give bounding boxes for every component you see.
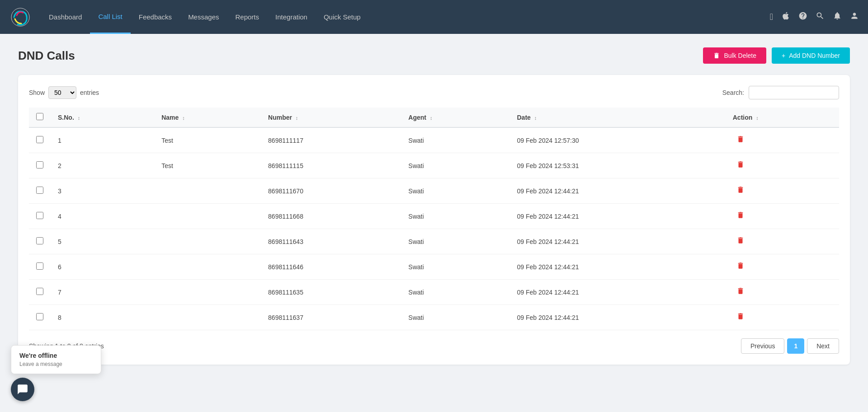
row-date-2: 09 Feb 2024 12:44:21 — [510, 178, 726, 204]
delete-button-4[interactable] — [733, 234, 748, 248]
row-sno-4: 5 — [51, 229, 154, 254]
android-icon[interactable]:  — [770, 12, 773, 22]
delete-button-7[interactable] — [733, 310, 748, 324]
search-icon[interactable] — [816, 11, 825, 23]
search-input[interactable] — [749, 86, 839, 99]
nav-dashboard[interactable]: Dashboard — [41, 0, 90, 34]
row-date-7: 09 Feb 2024 12:44:21 — [510, 305, 726, 330]
delete-button-6[interactable] — [733, 285, 748, 299]
date-sort-icon: ↕ — [534, 115, 537, 121]
header-agent[interactable]: Agent ↕ — [401, 108, 509, 127]
chat-widget: We're offline Leave a message — [11, 378, 34, 401]
delete-icon-7 — [736, 312, 745, 320]
row-date-0: 09 Feb 2024 12:57:30 — [510, 127, 726, 153]
show-label: Show — [29, 89, 45, 96]
table-row: 7 8698111635 Swati 09 Feb 2024 12:44:21 — [29, 280, 839, 305]
row-name-7 — [154, 305, 261, 330]
nav-quick-setup[interactable]: Quick Setup — [316, 0, 369, 34]
select-all-checkbox[interactable] — [36, 113, 43, 120]
user-icon[interactable] — [850, 11, 859, 23]
delete-button-5[interactable] — [733, 260, 748, 274]
header-name[interactable]: Name ↕ — [154, 108, 261, 127]
row-checkbox-cell — [29, 178, 51, 204]
page-title: DND Calls — [18, 49, 75, 63]
previous-button[interactable]: Previous — [741, 338, 784, 354]
row-agent-0: Swati — [401, 127, 509, 153]
row-checkbox-cell — [29, 204, 51, 229]
help-icon[interactable] — [798, 11, 807, 23]
row-checkbox-0[interactable] — [36, 136, 43, 143]
row-date-6: 09 Feb 2024 12:44:21 — [510, 280, 726, 305]
brand-logo[interactable] — [9, 6, 32, 28]
row-name-1: Test — [154, 153, 261, 178]
nav-integration[interactable]: Integration — [267, 0, 316, 34]
header-action[interactable]: Action ↕ — [726, 108, 839, 127]
delete-button-3[interactable] — [733, 209, 748, 223]
delete-icon-3 — [736, 211, 745, 219]
nav-reports[interactable]: Reports — [227, 0, 268, 34]
table-row: 6 8698111646 Swati 09 Feb 2024 12:44:21 — [29, 254, 839, 280]
row-action-5 — [726, 254, 839, 280]
row-checkbox-3[interactable] — [36, 212, 43, 219]
row-date-1: 09 Feb 2024 12:53:31 — [510, 153, 726, 178]
row-date-3: 09 Feb 2024 12:44:21 — [510, 204, 726, 229]
chat-bubble[interactable] — [11, 378, 34, 401]
delete-icon-2 — [736, 186, 745, 194]
row-checkbox-2[interactable] — [36, 187, 43, 194]
delete-icon-5 — [736, 262, 745, 270]
row-name-5 — [154, 254, 261, 280]
chat-popup: We're offline Leave a message — [11, 345, 101, 374]
row-checkbox-cell — [29, 229, 51, 254]
navbar-nav: Dashboard Call List Feedbacks Messages R… — [41, 0, 770, 34]
nav-call-list[interactable]: Call List — [90, 0, 130, 34]
search-box: Search: — [722, 86, 839, 99]
header-date[interactable]: Date ↕ — [510, 108, 726, 127]
bulk-delete-button[interactable]: Bulk Delete — [703, 47, 766, 64]
row-date-5: 09 Feb 2024 12:44:21 — [510, 254, 726, 280]
row-agent-4: Swati — [401, 229, 509, 254]
bell-icon[interactable] — [833, 11, 842, 23]
next-button[interactable]: Next — [807, 338, 839, 354]
row-checkbox-5[interactable] — [36, 262, 43, 270]
header-number[interactable]: Number ↕ — [261, 108, 401, 127]
delete-button-0[interactable] — [733, 133, 748, 147]
header-sno[interactable]: S.No. ↕ — [51, 108, 154, 127]
row-name-2 — [154, 178, 261, 204]
row-action-2 — [726, 178, 839, 204]
navbar: Dashboard Call List Feedbacks Messages R… — [0, 0, 868, 34]
nav-messages[interactable]: Messages — [180, 0, 227, 34]
row-checkbox-6[interactable] — [36, 288, 43, 295]
delete-icon-6 — [736, 287, 745, 295]
row-number-1: 8698111115 — [261, 153, 401, 178]
table-header: S.No. ↕ Name ↕ Number ↕ Agent ↕ Date ↕ A… — [29, 108, 839, 127]
delete-button-2[interactable] — [733, 184, 748, 198]
row-checkbox-7[interactable] — [36, 313, 43, 320]
row-checkbox-1[interactable] — [36, 161, 43, 169]
table-row: 8 8698111637 Swati 09 Feb 2024 12:44:21 — [29, 305, 839, 330]
table-row: 3 8698111670 Swati 09 Feb 2024 12:44:21 — [29, 178, 839, 204]
page-header: DND Calls Bulk Delete + Add DND Number — [18, 47, 850, 64]
nav-feedbacks[interactable]: Feedbacks — [131, 0, 180, 34]
row-action-1 — [726, 153, 839, 178]
row-name-6 — [154, 280, 261, 305]
table-footer: Showing 1 to 8 of 8 entries Previous 1 N… — [29, 338, 839, 354]
entries-select[interactable]: 10 25 50 100 — [48, 86, 76, 99]
row-checkbox-4[interactable] — [36, 237, 43, 244]
delete-button-1[interactable] — [733, 159, 748, 173]
apple-icon[interactable] — [781, 11, 790, 23]
page-1-button[interactable]: 1 — [787, 338, 804, 354]
show-entries: Show 10 25 50 100 entries — [29, 86, 99, 99]
delete-icon-1 — [736, 160, 745, 169]
row-sno-2: 3 — [51, 178, 154, 204]
agent-sort-icon: ↕ — [430, 115, 433, 121]
add-dnd-button[interactable]: + Add DND Number — [772, 47, 850, 64]
row-sno-6: 7 — [51, 280, 154, 305]
row-number-5: 8698111646 — [261, 254, 401, 280]
row-number-7: 8698111637 — [261, 305, 401, 330]
row-checkbox-cell — [29, 127, 51, 153]
row-date-4: 09 Feb 2024 12:44:21 — [510, 229, 726, 254]
row-agent-6: Swati — [401, 280, 509, 305]
row-checkbox-cell — [29, 280, 51, 305]
row-sno-1: 2 — [51, 153, 154, 178]
row-sno-5: 6 — [51, 254, 154, 280]
